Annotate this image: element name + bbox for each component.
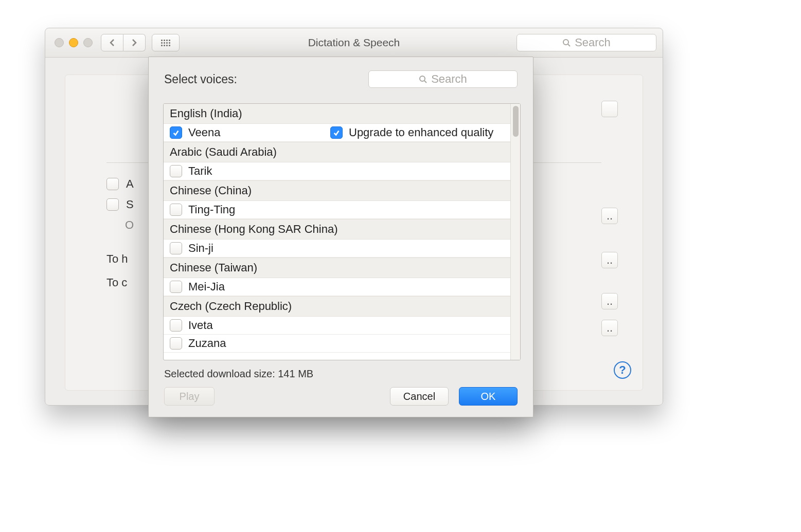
svg-line-3 — [424, 81, 426, 83]
voice-row[interactable]: Ting-Ting — [164, 201, 511, 219]
voice-row[interactable]: Tarik — [164, 162, 511, 180]
voice-group-header: Chinese (China) — [164, 180, 511, 201]
upgrade-checkbox[interactable] — [330, 126, 343, 139]
dialog-heading: Select voices: — [164, 72, 237, 86]
voice-checkbox[interactable] — [170, 165, 182, 177]
voice-row[interactable]: VeenaUpgrade to enhanced quality — [164, 124, 511, 142]
voice-group-header: Chinese (Hong Kong SAR China) — [164, 219, 511, 240]
cancel-label: Cancel — [403, 391, 435, 402]
help-icon: ? — [619, 363, 626, 377]
voice-name: Iveta — [188, 319, 213, 332]
play-button[interactable]: Play — [164, 387, 215, 406]
voice-group-header: English (India) — [164, 104, 511, 124]
option-checkbox-1[interactable] — [106, 178, 119, 190]
voice-group-header: Czech (Czech Republic) — [164, 296, 511, 317]
dialog-search[interactable]: Search — [368, 70, 518, 88]
voice-row[interactable]: Zuzana — [164, 335, 511, 353]
voice-name: Tarik — [188, 164, 212, 178]
option-label-3: O — [125, 218, 134, 232]
svg-point-2 — [420, 76, 425, 81]
nav-buttons — [101, 34, 146, 51]
dialog-buttons: Cancel OK — [390, 387, 518, 406]
hint-button-1[interactable]: .. — [601, 293, 618, 309]
option-button-1[interactable] — [601, 101, 618, 117]
titlebar: Dictation & Speech Search — [45, 28, 663, 58]
voice-name: Sin-ji — [188, 242, 213, 255]
voice-group-header: Arabic (Saudi Arabia) — [164, 142, 511, 162]
voice-checkbox[interactable] — [170, 281, 182, 293]
search-icon — [419, 75, 427, 83]
voice-checkbox[interactable] — [170, 204, 182, 216]
search-icon — [562, 39, 571, 47]
cancel-button[interactable]: Cancel — [390, 387, 449, 406]
voice-name: Mei-Jia — [188, 280, 225, 293]
chevron-right-icon — [131, 39, 137, 47]
minimize-window-button[interactable] — [69, 38, 78, 47]
voice-checkbox[interactable] — [170, 126, 182, 139]
option-button-2[interactable]: .. — [601, 208, 618, 224]
close-window-button[interactable] — [55, 38, 64, 47]
ok-label: OK — [481, 391, 496, 402]
dialog-search-placeholder: Search — [431, 72, 467, 86]
back-button[interactable] — [101, 34, 123, 51]
help-button[interactable]: ? — [614, 361, 631, 379]
scroll-track[interactable] — [510, 104, 520, 360]
grid-icon — [161, 39, 171, 47]
window-controls — [55, 38, 93, 47]
svg-point-0 — [563, 40, 568, 45]
voice-name: Zuzana — [188, 337, 226, 350]
zoom-window-button[interactable] — [83, 38, 93, 47]
chevron-left-icon — [109, 39, 115, 47]
voice-row[interactable]: Sin-ji — [164, 240, 511, 258]
voices-list: English (India)VeenaUpgrade to enhanced … — [163, 103, 521, 360]
ok-button[interactable]: OK — [459, 387, 518, 406]
voice-checkbox[interactable] — [170, 319, 182, 332]
dialog-header: Select voices: Search — [149, 57, 533, 90]
option-checkbox-2[interactable] — [106, 198, 119, 211]
forward-button[interactable] — [123, 34, 146, 51]
toolbar-search-placeholder: Search — [575, 36, 611, 49]
voices-list-viewport[interactable]: English (India)VeenaUpgrade to enhanced … — [164, 104, 511, 360]
scroll-thumb[interactable] — [513, 106, 519, 137]
voice-row[interactable]: Iveta — [164, 317, 511, 335]
show-all-button[interactable] — [152, 34, 180, 51]
download-size-label: Selected download size: 141 MB — [164, 368, 313, 380]
svg-line-1 — [568, 44, 570, 46]
voice-name: Veena — [188, 126, 220, 139]
toolbar-search[interactable]: Search — [517, 34, 656, 51]
option-button-3[interactable]: .. — [601, 252, 618, 268]
voice-name: Ting-Ting — [188, 203, 235, 216]
play-label: Play — [180, 391, 200, 402]
voice-row[interactable]: Mei-Jia — [164, 278, 511, 296]
option-label-1: A — [126, 177, 134, 191]
voice-checkbox[interactable] — [170, 242, 182, 254]
hint-button-2[interactable]: .. — [601, 320, 618, 336]
select-voices-dialog: Select voices: Search English (India)Vee… — [148, 57, 533, 417]
option-label-2: S — [126, 198, 134, 211]
voice-checkbox[interactable] — [170, 337, 182, 350]
voice-group-header: Chinese (Taiwan) — [164, 258, 511, 278]
upgrade-label: Upgrade to enhanced quality — [349, 126, 493, 139]
